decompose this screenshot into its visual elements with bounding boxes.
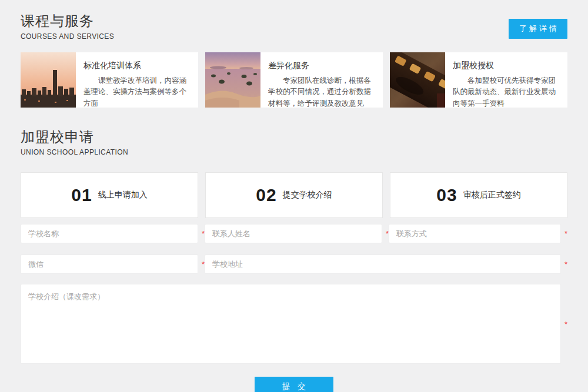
service-card-text: 专家团队在线诊断，根据各学校的不同情况，通过分析数据材料等，给予评测及教改意见 xyxy=(268,75,376,108)
wechat-input[interactable] xyxy=(21,254,198,274)
field-school-address: * xyxy=(205,254,567,274)
required-asterisk: * xyxy=(561,260,567,269)
field-contact-name: * xyxy=(205,224,389,243)
application-title: 加盟校申请 xyxy=(21,128,567,146)
school-address-input[interactable] xyxy=(205,254,561,274)
contact-name-input[interactable] xyxy=(205,224,382,243)
step-label: 提交学校介绍 xyxy=(283,190,332,200)
service-card-text: 各加盟校可优先获得专家团队的最新动态、最新行业发展动向等第一手资料 xyxy=(453,75,560,108)
learn-more-button[interactable]: 了解详情 xyxy=(509,19,567,39)
field-wechat: * xyxy=(21,254,205,274)
application-form: * * * * * * 提交 xyxy=(21,224,567,392)
application-steps-row: 01 线上申请加入 02 提交学校介绍 03 审核后正式签约 xyxy=(21,172,567,218)
city-skyline-sunset-image xyxy=(21,52,76,108)
submit-button[interactable]: 提交 xyxy=(255,377,333,392)
field-school-intro: * xyxy=(21,284,567,364)
required-asterisk: * xyxy=(561,229,567,238)
required-asterisk: * xyxy=(198,260,205,269)
service-card-differentiated: 差异化服务 专家团队在线诊断，根据各学校的不同情况，通过分析数据材料等，给予评测… xyxy=(205,52,383,108)
contact-method-input[interactable] xyxy=(389,224,561,243)
service-card-text: 课堂教学改革培训，内容涵盖理论、实操方法与案例等多个方面 xyxy=(83,75,191,108)
school-name-input[interactable] xyxy=(21,224,198,243)
step-apply-online: 01 线上申请加入 xyxy=(21,172,198,218)
application-section-header: 加盟校申请 UNION SCHOOL APPLICATION xyxy=(21,128,567,156)
step-submit-intro: 02 提交学校介绍 xyxy=(205,172,383,218)
step-label: 线上申请加入 xyxy=(98,190,148,200)
services-section-header: 课程与服务 COURSES AND SERVICES 了解详情 xyxy=(21,12,567,41)
form-row-2: * * xyxy=(21,254,567,274)
application-subtitle: UNION SCHOOL APPLICATION xyxy=(21,148,567,156)
field-contact-method: * xyxy=(389,224,567,243)
service-card-body: 标准化培训体系 课堂教学改革培训，内容涵盖理论、实操方法与案例等多个方面 xyxy=(76,52,198,108)
required-asterisk: * xyxy=(561,320,567,329)
page-content: 课程与服务 COURSES AND SERVICES 了解详情 xyxy=(21,0,567,392)
services-subtitle: COURSES AND SERVICES xyxy=(21,32,567,41)
step-sign-contract: 03 审核后正式签约 xyxy=(390,172,567,218)
service-card-training: 标准化培训体系 课堂教学改革培训，内容涵盖理论、实操方法与案例等多个方面 xyxy=(21,52,198,108)
film-strip-closeup-image xyxy=(390,52,445,108)
service-card-body: 加盟校授权 各加盟校可优先获得专家团队的最新动态、最新行业发展动向等第一手资料 xyxy=(445,52,567,108)
service-card-title: 标准化培训体系 xyxy=(83,61,191,71)
service-card-authorization: 加盟校授权 各加盟校可优先获得专家团队的最新动态、最新行业发展动向等第一手资料 xyxy=(390,52,567,108)
field-school-name: * xyxy=(21,224,205,243)
required-asterisk: * xyxy=(198,229,205,238)
step-number: 02 xyxy=(256,185,276,205)
form-row-1: * * * xyxy=(21,224,567,243)
desert-dunes-dusk-image xyxy=(205,52,260,108)
service-card-title: 加盟校授权 xyxy=(453,61,560,71)
service-card-title: 差异化服务 xyxy=(268,61,376,71)
step-label: 审核后正式签约 xyxy=(463,190,521,200)
required-asterisk: * xyxy=(382,229,389,238)
school-intro-textarea[interactable] xyxy=(21,284,561,364)
service-card-body: 差异化服务 专家团队在线诊断，根据各学校的不同情况，通过分析数据材料等，给予评测… xyxy=(260,52,383,108)
step-number: 01 xyxy=(71,185,92,205)
step-number: 03 xyxy=(436,185,457,205)
services-title: 课程与服务 xyxy=(21,12,567,31)
service-cards-row: 标准化培训体系 课堂教学改革培训，内容涵盖理论、实操方法与案例等多个方面 xyxy=(21,52,567,108)
